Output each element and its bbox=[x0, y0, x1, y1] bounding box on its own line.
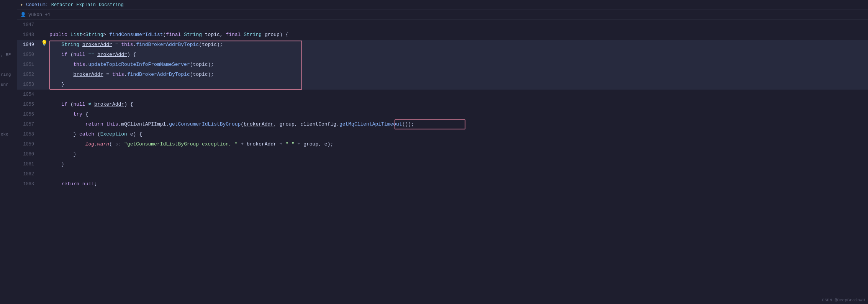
code-line-1048: 1048 public List<String> findConsumerIdL… bbox=[17, 30, 868, 40]
docstring-action[interactable]: Docstring bbox=[99, 2, 124, 8]
editor-container: , RF ring unr oke ✦ Codeium: Refactor Ex… bbox=[0, 0, 868, 304]
explain-action[interactable]: Explain bbox=[76, 2, 95, 8]
line-num-1050: 1050 bbox=[17, 50, 40, 60]
line-content-1056: try { bbox=[48, 110, 868, 119]
line-content-1052: brokerAddr = this.findBrokerAddrByTopic(… bbox=[48, 70, 868, 80]
left-edge-labels: , RF ring unr oke bbox=[0, 0, 17, 304]
refactor-action[interactable]: Refactor bbox=[51, 2, 74, 8]
user-icon: 👤 bbox=[20, 12, 26, 18]
line-num-1053: 1053 bbox=[17, 80, 40, 90]
line-num-1051: 1051 bbox=[17, 60, 40, 70]
line-num-1055: 1055 bbox=[17, 100, 40, 110]
left-label-1054 bbox=[0, 100, 17, 110]
line-num-1049: 1049 bbox=[17, 40, 40, 50]
code-line-1056: 1056 try { bbox=[17, 110, 868, 119]
left-label-1050 bbox=[0, 60, 17, 70]
line-content-1055: if (null ≠ brokerAddr) { bbox=[48, 100, 868, 110]
left-label-1051: ring bbox=[0, 70, 17, 80]
code-area: ✦ Codeium: Refactor Explain Docstring 👤 … bbox=[17, 0, 868, 304]
line-num-1047: 1047 bbox=[17, 20, 40, 30]
line-num-1060: 1060 bbox=[17, 149, 40, 159]
footer-text: CSDN @DeepBrainWH bbox=[822, 298, 865, 302]
bulb-icon-1049[interactable]: 💡 bbox=[41, 40, 47, 46]
code-line-1053: 1053 } bbox=[17, 80, 868, 90]
line-content-1049: String brokerAddr = this.findBrokerAddrB… bbox=[48, 40, 868, 50]
code-line-1047: 1047 bbox=[17, 20, 868, 30]
left-label-1048 bbox=[0, 40, 17, 50]
left-label-1052: unr bbox=[0, 80, 17, 90]
line-num-1061: 1061 bbox=[17, 159, 40, 169]
line-num-1059: 1059 bbox=[17, 139, 40, 149]
indicator-1049: 💡 bbox=[40, 40, 48, 46]
code-line-1051: 1051 this.updateTopicRouteInfoFromNameSe… bbox=[17, 60, 868, 70]
line-content-1061: } bbox=[48, 159, 868, 169]
code-line-1058: 1058 } catch (Exception e) { bbox=[17, 129, 868, 139]
user-label: yukon +1 bbox=[28, 12, 51, 18]
codeium-label: Codeium: bbox=[26, 2, 48, 8]
line-num-1054: 1054 bbox=[17, 90, 40, 100]
line-content-1048: public List<String> findConsumerIdList(f… bbox=[48, 30, 868, 40]
line-content-1050: if (null == brokerAddr) { bbox=[48, 50, 868, 60]
line-num-1048: 1048 bbox=[17, 30, 40, 40]
code-line-1050: 1050 if (null == brokerAddr) { bbox=[17, 50, 868, 60]
line-content-1051: this.updateTopicRouteInfoFromNameServer(… bbox=[48, 60, 868, 70]
line-content-1057: return this.mQClientAPIImpl.getConsumerI… bbox=[48, 119, 868, 129]
line-num-1058: 1058 bbox=[17, 129, 40, 139]
line-num-1052: 1052 bbox=[17, 70, 40, 80]
line-content-1060: } bbox=[48, 149, 868, 159]
line-num-1056: 1056 bbox=[17, 110, 40, 119]
left-label-1055 bbox=[0, 110, 17, 119]
line-content-1053: } bbox=[48, 80, 868, 90]
code-line-1052: 1052 brokerAddr = this.findBrokerAddrByT… bbox=[17, 70, 868, 80]
line-num-1063: 1063 bbox=[17, 179, 40, 189]
code-line-1060: 1060 } bbox=[17, 149, 868, 159]
left-label-1049: , RF bbox=[0, 50, 17, 60]
code-line-1054: 1054 bbox=[17, 90, 868, 100]
line-content-1063: return null; bbox=[48, 179, 868, 189]
code-line-1055: 1055 if (null ≠ brokerAddr) { bbox=[17, 100, 868, 110]
user-info-row: 👤 yukon +1 bbox=[17, 10, 868, 20]
line-num-1062: 1062 bbox=[17, 169, 40, 179]
code-line-1063: 1063 return null; bbox=[17, 179, 868, 189]
left-label-1057: oke bbox=[0, 129, 17, 139]
line-content-1058: } catch (Exception e) { bbox=[48, 129, 868, 139]
left-label-1053 bbox=[0, 90, 17, 100]
codeium-star-icon: ✦ bbox=[20, 2, 23, 8]
code-line-1062: 1062 bbox=[17, 169, 868, 179]
code-line-1059: 1059 log.warn( s: "getConsumerIdListByGr… bbox=[17, 139, 868, 149]
code-line-1061: 1061 } bbox=[17, 159, 868, 169]
code-line-1049: 1049 💡 String brokerAddr = this.findBrok… bbox=[17, 40, 868, 50]
code-line-1057: 1057 return this.mQClientAPIImpl.getCons… bbox=[17, 119, 868, 129]
line-content-1059: log.warn( s: "getConsumerIdListByGroup e… bbox=[48, 139, 868, 149]
line-num-1057: 1057 bbox=[17, 119, 40, 129]
codeium-toolbar: ✦ Codeium: Refactor Explain Docstring bbox=[17, 0, 868, 10]
left-label-1056 bbox=[0, 119, 17, 129]
left-label-1047 bbox=[0, 30, 17, 40]
